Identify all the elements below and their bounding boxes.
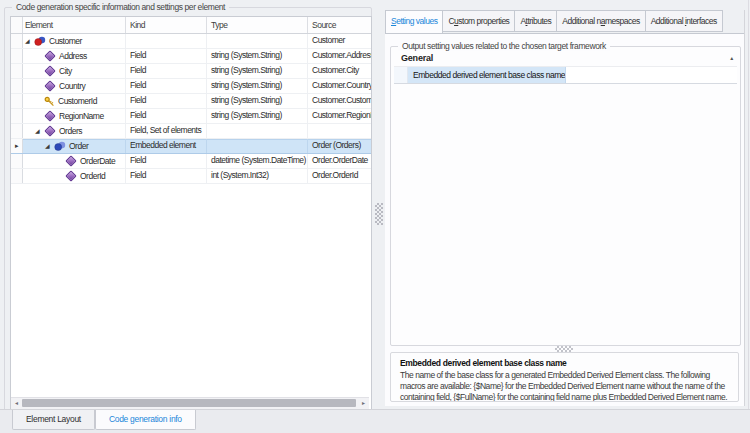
tree-node-label: OrderId bbox=[80, 170, 105, 183]
column-header-type[interactable]: Type bbox=[207, 17, 308, 33]
description-body: The name of the base class for a generat… bbox=[400, 370, 729, 402]
scroll-right-icon[interactable] bbox=[358, 398, 369, 408]
row-indicator-cell bbox=[11, 124, 23, 138]
field-icon bbox=[65, 155, 76, 166]
cell-kind: Field bbox=[126, 64, 207, 78]
property-gutter bbox=[394, 67, 408, 83]
cell-kind: Field bbox=[126, 169, 207, 183]
tree-node-label: OrderDate bbox=[80, 155, 115, 168]
tree-row-customerid[interactable]: CustomerId Field string (System.String) … bbox=[11, 94, 372, 109]
cell-kind: Field bbox=[126, 49, 207, 63]
expander-icon[interactable] bbox=[45, 140, 54, 153]
description-title: Embedded derived element base class name bbox=[400, 358, 729, 368]
category-row-general[interactable]: General bbox=[394, 51, 737, 67]
tree-row-customer[interactable]: Customer Customer bbox=[11, 34, 372, 49]
field-icon bbox=[44, 125, 55, 136]
cell-type: string (System.String) bbox=[207, 64, 308, 78]
row-indicator-cell bbox=[11, 79, 23, 93]
vertical-splitter-grip[interactable] bbox=[375, 203, 383, 225]
tab-additional-namespaces[interactable]: Additional namespaces bbox=[557, 10, 645, 32]
groupbox-title: Output setting values related to the cho… bbox=[398, 41, 610, 51]
column-header-kind[interactable]: Kind bbox=[126, 17, 207, 33]
code-gen-info-page: Setting values Custom properties Attribu… bbox=[385, 10, 745, 406]
tab-element-layout[interactable]: Element Layout bbox=[12, 410, 95, 430]
expander-icon[interactable] bbox=[25, 35, 34, 48]
cell-source: Customer.Address bbox=[308, 49, 372, 63]
cell-type: int (System.Int32) bbox=[207, 169, 308, 183]
grid-header-row: Element Kind Type Source bbox=[11, 17, 372, 34]
column-header-source[interactable]: Source bbox=[308, 17, 372, 33]
tab-setting-values[interactable]: Setting values bbox=[385, 10, 443, 33]
tree-row-order-selected[interactable]: Order Embedded element Order (Orders) bbox=[11, 139, 372, 154]
row-indicator-cell bbox=[11, 64, 23, 78]
tree-node-label: Orders bbox=[59, 125, 82, 138]
collapse-icon[interactable] bbox=[730, 51, 733, 66]
tree-node-label: Order bbox=[69, 140, 88, 153]
cell-kind: Field bbox=[126, 94, 207, 108]
scrollbar-thumb[interactable] bbox=[22, 399, 356, 407]
tree-node-label: Address bbox=[59, 50, 87, 63]
tab-attributes[interactable]: Attributes bbox=[515, 10, 557, 32]
cell-source: Customer.City bbox=[308, 64, 372, 78]
row-indicator-cell bbox=[11, 169, 23, 183]
cell-kind: Field bbox=[126, 79, 207, 93]
tree-node-label: City bbox=[59, 65, 72, 78]
cell-type bbox=[207, 124, 308, 138]
groupbox-title: Code generation specific information and… bbox=[12, 2, 229, 12]
cell-source: Customer bbox=[308, 34, 372, 48]
cell-kind: Field, Set of elements bbox=[126, 124, 207, 138]
column-header-element[interactable]: Element bbox=[23, 17, 126, 33]
header-indicator-cell bbox=[11, 17, 23, 33]
tab-custom-properties[interactable]: Custom properties bbox=[443, 10, 515, 32]
cell-source: Order.OrderId bbox=[308, 169, 372, 183]
cell-type: string (System.String) bbox=[207, 109, 308, 123]
cell-type bbox=[207, 34, 308, 48]
current-row-marker-icon bbox=[11, 139, 23, 153]
cell-type: string (System.String) bbox=[207, 94, 308, 108]
tree-node-label: CustomerId bbox=[58, 95, 97, 108]
tree-row-address[interactable]: Address Field string (System.String) Cus… bbox=[11, 49, 372, 64]
window-right-edge bbox=[748, 0, 749, 409]
tree-row-country[interactable]: Country Field string (System.String) Cus… bbox=[11, 79, 372, 94]
cell-kind: Field bbox=[126, 109, 207, 123]
row-indicator-cell bbox=[11, 34, 23, 48]
tree-row-orderid[interactable]: OrderId Field int (System.Int32) Order.O… bbox=[11, 169, 372, 184]
cell-kind bbox=[126, 34, 207, 48]
horizontal-scrollbar[interactable] bbox=[11, 397, 369, 409]
category-label: General bbox=[401, 53, 433, 63]
settings-tabstrip: Setting values Custom properties Attribu… bbox=[385, 10, 744, 34]
cell-source: Order.OrderDate bbox=[308, 154, 372, 168]
tree-row-city[interactable]: City Field string (System.String) Custom… bbox=[11, 64, 372, 79]
tree-row-orders[interactable]: Orders Field, Set of elements bbox=[11, 124, 372, 139]
tab-code-generation-info[interactable]: Code generation info bbox=[95, 410, 196, 430]
property-row[interactable]: Embedded derived element base class name bbox=[394, 67, 737, 84]
cell-type: string (System.String) bbox=[207, 49, 308, 63]
cell-source bbox=[308, 124, 372, 138]
cell-source: Customer.CustomerId bbox=[308, 94, 372, 108]
bottom-tabstrip: Element Layout Code generation info bbox=[0, 409, 750, 433]
entity-icon bbox=[34, 36, 46, 47]
cell-source: Customer.RegionName bbox=[308, 109, 372, 123]
tab-additional-interfaces[interactable]: Additional interfaces bbox=[646, 10, 723, 32]
tree-row-regionname[interactable]: RegionName Field string (System.String) … bbox=[11, 109, 372, 124]
primary-key-icon bbox=[44, 96, 55, 107]
property-value-field[interactable] bbox=[566, 67, 737, 83]
row-indicator-cell bbox=[11, 154, 23, 168]
code-gen-groupbox: Code generation specific information and… bbox=[4, 7, 372, 411]
field-icon bbox=[44, 80, 55, 91]
expander-icon[interactable] bbox=[35, 125, 44, 138]
field-icon bbox=[44, 65, 55, 76]
field-icon bbox=[44, 50, 55, 61]
cell-type: datetime (System.DateTime) bbox=[207, 154, 308, 168]
cell-type bbox=[207, 139, 308, 153]
scroll-left-icon[interactable] bbox=[11, 398, 22, 408]
tree-node-label: Customer bbox=[49, 35, 82, 48]
cell-kind: Embedded element bbox=[126, 139, 207, 153]
embedded-element-icon bbox=[54, 141, 66, 152]
cell-type: string (System.String) bbox=[207, 79, 308, 93]
tree-row-orderdate[interactable]: OrderDate Field datetime (System.DateTim… bbox=[11, 154, 372, 169]
row-indicator-cell bbox=[11, 49, 23, 63]
row-indicator-cell bbox=[11, 109, 23, 123]
setting-description-panel: Embedded derived element base class name… bbox=[390, 352, 739, 402]
output-settings-groupbox: Output setting values related to the cho… bbox=[390, 46, 741, 346]
